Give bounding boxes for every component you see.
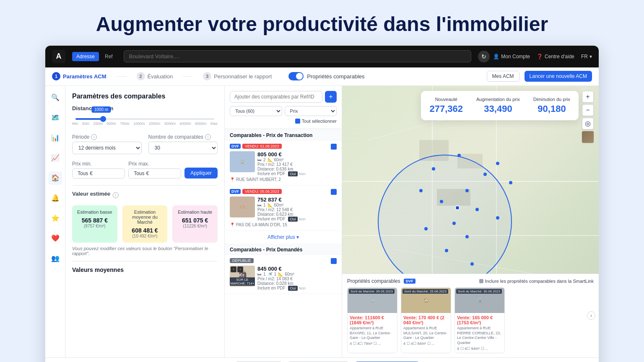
nouvelle-acm-button[interactable]: Lancer une nouvelle ACM xyxy=(525,71,592,82)
refresh-button[interactable]: ↻ xyxy=(478,51,490,62)
nb-comparables-select[interactable]: 30 xyxy=(148,142,218,154)
valeurs-moyennes-label: Valeurs moyennes xyxy=(72,266,218,273)
filter-prix-select[interactable]: Prix xyxy=(285,106,337,116)
map-dot-3 xyxy=(483,173,487,176)
language-selector[interactable]: FR ▾ xyxy=(581,54,592,59)
non-label-1[interactable]: Non xyxy=(299,172,306,176)
periode-label: Période i xyxy=(72,134,142,140)
oui-badge-1[interactable]: Oui xyxy=(288,171,297,176)
sidebar-graph-icon[interactable]: 📈 xyxy=(49,151,62,165)
step-2-evaluation[interactable]: 2 Évaluation xyxy=(137,72,173,80)
prop-card-2[interactable]: Sorti du Marché: 25.06.2023 🏠 Vente: 170… xyxy=(401,287,451,353)
sidebar-search-icon[interactable]: 🔍 xyxy=(49,91,62,104)
tab-adresse[interactable]: Adresse xyxy=(72,52,99,61)
prop-card-meta-2: 4 ☐ 4☐ 84m² ☐ ... xyxy=(403,341,449,346)
prop-card-3[interactable]: Sorti du Marché: 30.08.2023 🏛️ Vente: 16… xyxy=(454,287,505,353)
cards-row: Sorti du Marché: 09.06.2023 🏢 Vente: 111… xyxy=(347,287,594,353)
sidebar-icons: 🔍 🗺️ 📊 📈 🏠 🔔 ⭐ ❤️ 👥 xyxy=(45,86,65,357)
comp-address-2: 📍 PAS DE LA MAIN D'OR, 15 xyxy=(230,222,337,227)
oui-badge-2[interactable]: Oui xyxy=(288,217,297,222)
non-label-2[interactable]: Non xyxy=(299,217,306,221)
main-layout: 🔍 🗺️ 📊 📈 🏠 🔔 ⭐ ❤️ 👥 Paramètres des compa… xyxy=(45,86,599,357)
step-1-num: 1 xyxy=(52,72,60,80)
comp-prix-m2-3: Prix / m2: 14 083 € xyxy=(257,277,337,281)
prop-card-price-2: Vente: 170 400 € (2 040 €/m²) xyxy=(403,315,449,325)
map-dot-9 xyxy=(496,162,499,165)
tab-ref[interactable]: Ref xyxy=(101,52,117,61)
stepbar: 1 Paramètres ACM 2 Évaluation 3 Personna… xyxy=(45,67,599,86)
non-label-3[interactable]: Non xyxy=(299,286,306,290)
step-divider-1 xyxy=(117,76,127,77)
slider-thumb[interactable] xyxy=(100,116,106,122)
nb-info-icon[interactable]: i xyxy=(205,134,211,140)
map-panel: © MapLibre + − ◎ Nouveauté 277,362 xyxy=(342,86,599,357)
distance-slider[interactable]: 1000 m Min50m250m500m750m1000m2000m3000m… xyxy=(72,118,218,126)
sidebar-map-icon[interactable]: 🗺️ xyxy=(49,111,62,124)
sidebar-chart-icon[interactable]: 📊 xyxy=(49,131,62,145)
filter-row: Tous (60) Prix xyxy=(230,106,337,116)
toggle-area: Propriétés comparables xyxy=(288,72,364,80)
add-comparable-button[interactable]: + xyxy=(325,91,337,103)
comp-info-2: 752 837 € 🛏1 📐60m² Prix / m2: 12 548 € D… xyxy=(257,197,337,221)
dvf-tag: DVF xyxy=(404,279,415,284)
filter-tous-select[interactable]: Tous (60) xyxy=(230,106,282,116)
oui-badge-3[interactable]: Oui xyxy=(288,286,297,291)
step-1-parametres[interactable]: 1 Paramètres ACM xyxy=(52,72,106,80)
apply-button[interactable]: Appliquer xyxy=(184,168,218,178)
comp-checkbox-2[interactable] xyxy=(331,189,337,195)
select-all-checkbox[interactable] xyxy=(295,119,300,124)
slider-tooltip: 1000 m xyxy=(92,106,111,113)
comp-inclure-2: Inclure en PDF Oui Non xyxy=(257,217,337,221)
comp-meta-rooms-2: 🛏1 📐60m² xyxy=(257,203,337,207)
afficher-plus[interactable]: Afficher plus ▾ xyxy=(225,231,342,243)
step-3-personnaliser[interactable]: 3 Personnaliser le rapport xyxy=(203,72,272,80)
cards-nav-right[interactable]: › xyxy=(587,311,595,320)
mon-compte-button[interactable]: 👤 Mon Compte xyxy=(493,54,530,59)
stat-diminution-val: 90,180 xyxy=(533,103,570,114)
comp-card-1[interactable]: DVF VENDU: 01.08.2023 🏢 805 000 € 🛏2 📐60… xyxy=(225,140,342,186)
bottom-bar: ℹ️ Personnaliser Télécharger le PDF Rapp… xyxy=(45,357,599,362)
estimation-basse: Estimation basse 565 887 € (9757 €/m²) xyxy=(72,205,117,243)
periode-info-icon[interactable]: i xyxy=(91,134,97,140)
comp-checkbox-1[interactable] xyxy=(331,144,337,150)
valeur-info-icon[interactable]: i xyxy=(113,192,119,198)
comp-img-3: 🗿 SUR LE MARCHÉ: 714+ ‹ › xyxy=(230,266,255,287)
map-location[interactable]: ◎ xyxy=(582,118,594,129)
sidebar-star-icon[interactable]: ⭐ xyxy=(49,212,62,225)
prix-max-input[interactable]: Tous € xyxy=(128,168,181,178)
section-transaction-title: Comparables - Prix de Transaction xyxy=(225,129,342,140)
search-input[interactable] xyxy=(124,50,472,62)
stat-nouveaute-val: 277,362 xyxy=(429,103,463,114)
prop-card-1[interactable]: Sorti du Marché: 09.06.2023 🏢 Vente: 111… xyxy=(347,287,397,353)
add-comparables-row: + xyxy=(230,91,337,103)
map-controls: + − ◎ xyxy=(582,91,594,143)
mid-panel: + Tous (60) Prix Tout sélectionner Compa… xyxy=(225,86,342,357)
prix-min-input[interactable]: Tous € xyxy=(72,168,125,178)
app-window: A Adresse Ref ↻ 👤 Mon Compte ❓ Centre d'… xyxy=(45,46,599,362)
proprietes-toggle[interactable] xyxy=(288,72,304,80)
sidebar-home-icon[interactable]: 🏠 xyxy=(49,171,62,185)
include-checkbox[interactable] xyxy=(479,279,483,283)
sidebar-heart-icon[interactable]: ❤️ xyxy=(49,232,62,245)
sidebar-users-icon[interactable]: 👥 xyxy=(49,252,62,265)
map-dot-8 xyxy=(465,235,469,238)
params-title: Paramètres des comparables xyxy=(72,93,218,100)
vendu-badge-1: VENDU: 01.08.2023 xyxy=(242,144,282,149)
nb-comparables-label: Nombre de comparables i xyxy=(148,134,218,140)
periode-select[interactable]: 12 derniers mois xyxy=(72,142,142,154)
comp-checkbox-3[interactable] xyxy=(331,258,337,264)
next-img-btn[interactable]: › xyxy=(237,266,243,272)
map-zoom-out[interactable]: − xyxy=(582,104,594,116)
prev-img-btn[interactable]: ‹ xyxy=(231,266,236,272)
comp-card-2[interactable]: DVF VENDU: 05.06.2023 🏘️ 752 837 € 🛏1 📐6… xyxy=(225,186,342,231)
app-logo: A xyxy=(52,50,65,63)
add-comparable-input[interactable] xyxy=(230,91,322,103)
prop-card-img-1: Sorti du Marché: 09.06.2023 🏢 xyxy=(348,288,397,313)
map-zoom-in[interactable]: + xyxy=(582,91,594,103)
market-badge-3: SUR LE MARCHÉ: 714+ xyxy=(230,277,255,286)
mes-acm-button[interactable]: Mes ACM xyxy=(487,71,519,82)
prop-card-meta-1: 4 ☐ 4☐ 79m² ☐ ... xyxy=(350,341,395,346)
centre-aide-button[interactable]: ❓ Centre d'aide xyxy=(537,54,574,59)
comp-card-3[interactable]: DÉPUBLIÉ 🗿 SUR LE MARCHÉ: 714+ ‹ › 8 xyxy=(225,255,342,294)
sidebar-bell-icon[interactable]: 🔔 xyxy=(49,191,62,205)
